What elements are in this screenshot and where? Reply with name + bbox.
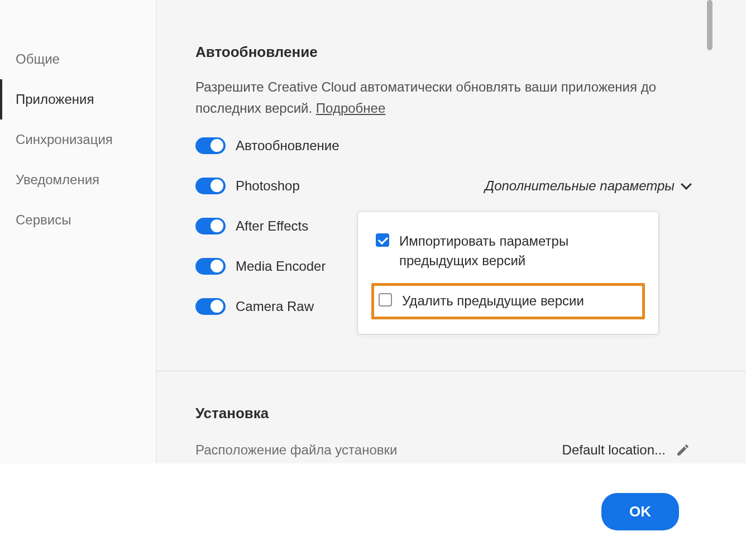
import-settings-label: Импортировать параметры предыдущих верси… (399, 232, 640, 271)
mediaencoder-toggle[interactable] (195, 258, 226, 275)
photoshop-toggle[interactable] (195, 178, 226, 194)
autoupdate-description: Разрешите Creative Cloud автоматически о… (195, 76, 712, 119)
install-location-label: Расположение файла установки (195, 442, 397, 458)
sidebar-item-sync[interactable]: Синхронизация (0, 119, 156, 160)
learn-more-link[interactable]: Подробнее (316, 100, 385, 116)
advanced-options-link[interactable]: Дополнительные параметры (485, 178, 690, 194)
ok-button[interactable]: OK (601, 493, 679, 530)
scrollbar-thumb[interactable] (707, 0, 712, 50)
photoshop-label: Photoshop (236, 178, 300, 194)
sidebar-item-apps[interactable]: Приложения (0, 79, 156, 119)
autoupdate-title: Автообновление (195, 44, 712, 61)
aftereffects-toggle[interactable] (195, 218, 226, 234)
scrollbar[interactable] (707, 0, 714, 463)
install-location-value: Default location... (562, 442, 666, 458)
cameraraw-label: Camera Raw (236, 299, 314, 314)
install-title: Установка (195, 405, 712, 422)
chevron-down-icon (681, 179, 692, 190)
remove-previous-checkbox[interactable] (379, 293, 392, 307)
remove-previous-row: Удалить предыдущие версии (371, 283, 645, 319)
remove-previous-label: Удалить предыдущие версии (402, 291, 584, 311)
description-text: Разрешите Creative Cloud автоматически о… (195, 79, 656, 116)
advanced-options-popup: Импортировать параметры предыдущих верси… (357, 211, 659, 334)
footer: OK (0, 463, 746, 560)
sidebar-item-notifications[interactable]: Уведомления (0, 160, 156, 200)
pencil-icon[interactable] (676, 443, 690, 457)
cameraraw-toggle[interactable] (195, 298, 226, 315)
sidebar-item-services[interactable]: Сервисы (0, 200, 156, 240)
install-section: Установка Расположение файла установки D… (195, 371, 712, 458)
master-toggle-row: Автообновление (195, 137, 712, 154)
sidebar-item-general[interactable]: Общие (0, 39, 156, 79)
advanced-options-text: Дополнительные параметры (485, 178, 675, 194)
autoupdate-toggle-label: Автообновление (236, 138, 339, 154)
autoupdate-toggle[interactable] (195, 137, 226, 154)
sidebar: Общие Приложения Синхронизация Уведомлен… (0, 0, 156, 463)
aftereffects-label: After Effects (236, 218, 308, 234)
app-toggle-row-photoshop: Photoshop Дополнительные параметры (195, 178, 712, 194)
mediaencoder-label: Media Encoder (236, 259, 326, 274)
import-settings-checkbox[interactable] (376, 233, 389, 247)
install-location-value-group: Default location... (562, 442, 690, 458)
main-panel: Автообновление Разрешите Creative Cloud … (156, 0, 746, 463)
install-location-row: Расположение файла установки Default loc… (195, 442, 712, 458)
import-settings-row: Импортировать параметры предыдущих верси… (376, 232, 640, 271)
